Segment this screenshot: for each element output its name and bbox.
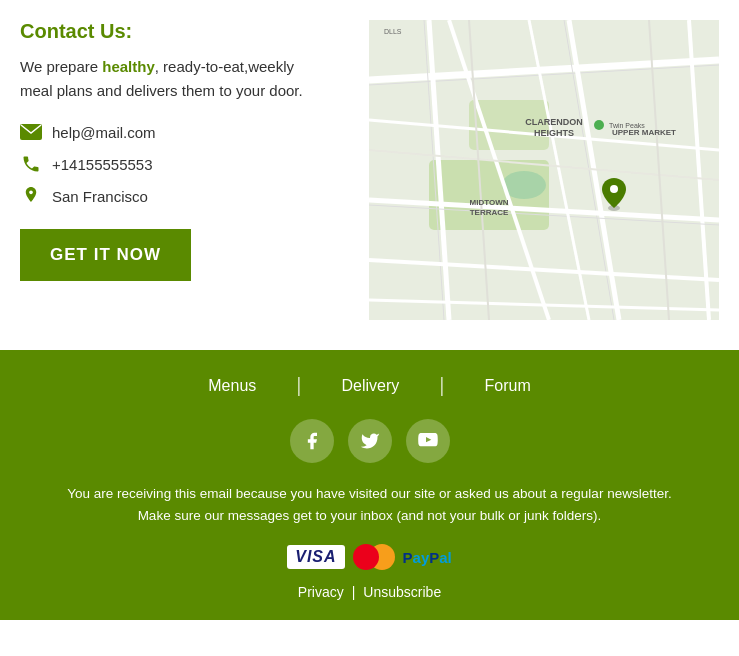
social-icons-group <box>20 419 719 463</box>
svg-text:TERRACE: TERRACE <box>470 208 509 217</box>
svg-rect-4 <box>429 160 549 230</box>
location-text: San Francisco <box>52 188 148 205</box>
phone-icon <box>20 153 42 175</box>
svg-text:HEIGHTS: HEIGHTS <box>534 128 574 138</box>
map-svg: CLARENDON HEIGHTS MIDTOWN TERRACE UPPER … <box>369 20 719 320</box>
svg-point-30 <box>610 185 618 193</box>
footer-nav-forum[interactable]: Forum <box>445 377 571 395</box>
footer-nav-divider-2: | <box>439 374 444 397</box>
email-contact-item: help@mail.com <box>20 121 339 143</box>
paypal-al-letters: al <box>439 549 452 566</box>
footer-links-divider: | <box>352 584 356 600</box>
svg-text:UPPER MARKET: UPPER MARKET <box>612 128 676 137</box>
phone-contact-item: +14155555553 <box>20 153 339 175</box>
youtube-icon[interactable] <box>406 419 450 463</box>
footer-disclaimer: You are receiving this email because you… <box>50 483 690 526</box>
email-text: help@mail.com <box>52 124 156 141</box>
footer-nav-delivery[interactable]: Delivery <box>302 377 440 395</box>
footer-nav: Menus | Delivery | Forum <box>20 374 719 397</box>
phone-text: +14155555553 <box>52 156 153 173</box>
contact-details: help@mail.com +14155555553 San Francisco <box>20 121 339 207</box>
paypal-p2-letter: P <box>429 549 439 566</box>
mc-red-circle <box>353 544 379 570</box>
payment-icons-group: VISA PayPal <box>20 544 719 570</box>
contact-heading: Contact Us: <box>20 20 339 43</box>
svg-text:CLARENDON: CLARENDON <box>525 117 583 127</box>
svg-point-27 <box>594 120 604 130</box>
paypal-p-letter: P <box>403 549 413 566</box>
footer-nav-menus[interactable]: Menus <box>168 377 296 395</box>
twitter-icon[interactable] <box>348 419 392 463</box>
map-container: CLARENDON HEIGHTS MIDTOWN TERRACE UPPER … <box>369 20 719 320</box>
contact-description: We prepare healthy, ready-to-eat,weeklym… <box>20 55 339 103</box>
facebook-icon[interactable] <box>290 419 334 463</box>
get-it-now-button[interactable]: GET IT NOW <box>20 229 191 281</box>
location-icon <box>20 185 42 207</box>
svg-text:Twin Peaks: Twin Peaks <box>609 122 645 129</box>
email-icon <box>20 121 42 143</box>
svg-text:MIDTOWN: MIDTOWN <box>470 198 509 207</box>
footer-nav-divider-1: | <box>296 374 301 397</box>
contact-section: Contact Us: We prepare healthy, ready-to… <box>0 0 739 350</box>
paypal-ay-letters: ay <box>413 549 430 566</box>
footer: Menus | Delivery | Forum You are receivi… <box>0 350 739 620</box>
footer-links: Privacy | Unsubscribe <box>20 584 719 600</box>
mastercard-payment-icon <box>353 544 395 570</box>
visa-payment-icon: VISA <box>287 545 344 569</box>
privacy-link[interactable]: Privacy <box>298 584 344 600</box>
highlight-text: healthy <box>102 58 155 75</box>
location-contact-item: San Francisco <box>20 185 339 207</box>
svg-text:DLLS: DLLS <box>384 28 402 35</box>
paypal-payment-icon: PayPal <box>403 549 452 566</box>
unsubscribe-link[interactable]: Unsubscribe <box>363 584 441 600</box>
contact-info-panel: Contact Us: We prepare healthy, ready-to… <box>20 20 349 320</box>
